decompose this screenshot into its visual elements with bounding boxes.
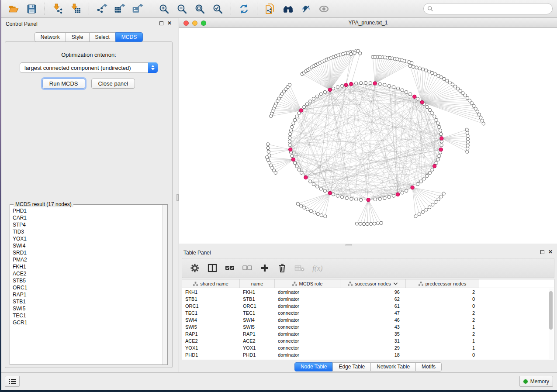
mcds-result-item[interactable]: CAR1 [13,214,162,221]
mcds-hub-node[interactable] [328,191,332,195]
network-leaf-node[interactable] [418,67,421,70]
network-node[interactable] [387,84,391,87]
network-node[interactable] [288,144,291,147]
network-node[interactable] [405,90,408,93]
network-node[interactable] [439,129,442,132]
table-row[interactable]: RAP1RAP1dominator352 [182,330,549,337]
network-node[interactable] [378,83,381,86]
network-leaf-node[interactable] [434,73,437,76]
network-leaf-node[interactable] [466,134,469,138]
network-leaf-node[interactable] [479,116,482,119]
network-leaf-node[interactable] [303,206,306,209]
mcds-result-item[interactable]: GCR1 [13,319,162,326]
network-node[interactable] [401,89,404,92]
network-node[interactable] [295,115,298,118]
table-row[interactable]: STB1STB1dominator620 [182,296,549,303]
network-leaf-node[interactable] [428,70,431,73]
table-row[interactable]: SWI4SWI4dominator462 [182,316,549,323]
network-leaf-node[interactable] [474,107,477,110]
network-node[interactable] [364,81,367,84]
network-node[interactable] [295,165,298,168]
network-node[interactable] [292,122,295,125]
network-node[interactable] [360,198,363,201]
mcds-result-item[interactable]: STB5 [13,277,162,284]
table-row[interactable]: TEC1TEC1connector472 [182,309,549,316]
network-leaf-node[interactable] [353,52,356,55]
tab-node-table[interactable]: Node Table [294,362,333,371]
network-leaf-node[interactable] [418,213,421,216]
float-panel-icon[interactable] [159,21,163,25]
import-table-button[interactable] [68,2,84,16]
network-leaf-node[interactable] [421,210,424,213]
network-leaf-node[interactable] [267,150,270,153]
network-node[interactable] [316,185,319,188]
show-columns-button[interactable] [207,262,218,274]
run-mcds-button[interactable]: Run MCDS [42,79,85,89]
network-leaf-node[interactable] [316,213,319,216]
mcds-result-item[interactable]: TEC1 [13,312,162,319]
network-leaf-node[interactable] [482,122,485,125]
add-column-button[interactable] [259,262,270,274]
network-node[interactable] [312,182,315,186]
network-node[interactable] [397,87,400,90]
network-node[interactable] [438,125,441,128]
network-node[interactable] [436,122,439,125]
network-leaf-node[interactable] [466,144,469,147]
tab-style[interactable]: Style [66,32,90,42]
network-leaf-node[interactable] [470,102,473,105]
network-leaf-node[interactable] [306,208,309,211]
mcds-result-item[interactable]: PMA2 [13,256,162,263]
network-node[interactable] [416,182,419,186]
network-node[interactable] [439,133,443,136]
network-node[interactable] [392,86,395,89]
mcds-hub-node[interactable] [433,165,436,168]
open-file-button[interactable] [6,2,22,16]
zoom-in-button[interactable] [156,2,172,16]
table-row[interactable]: SWI5SWI5connector431 [182,323,549,330]
mcds-hub-node[interactable] [304,175,308,179]
network-node[interactable] [341,196,344,199]
network-leaf-node[interactable] [428,206,431,209]
network-node[interactable] [341,84,344,87]
network-node[interactable] [332,193,335,196]
network-node[interactable] [431,112,434,115]
window-close-button[interactable] [183,21,189,26]
network-leaf-node[interactable] [434,200,437,203]
network-leaf-node[interactable] [266,146,270,149]
table-row[interactable]: FKH1FKH1dominator962 [182,289,549,296]
task-history-button[interactable] [5,376,20,387]
network-leaf-node[interactable] [437,74,440,77]
network-leaf-node[interactable] [439,195,443,198]
network-node[interactable] [383,196,386,199]
network-node[interactable] [438,155,441,158]
network-node[interactable] [426,106,429,109]
network-node[interactable] [319,187,322,190]
mcds-hub-node[interactable] [291,158,295,161]
network-leaf-node[interactable] [422,68,425,71]
network-leaf-node[interactable] [355,222,358,225]
horizontal-splitter[interactable] [179,244,557,247]
network-leaf-node[interactable] [369,222,372,225]
network-node[interactable] [374,198,377,201]
network-leaf-node[interactable] [366,222,369,225]
network-leaf-node[interactable] [324,215,327,218]
network-node[interactable] [332,87,335,90]
float-panel-icon[interactable] [540,250,544,254]
window-minimize-button[interactable] [192,21,197,26]
network-leaf-node[interactable] [446,79,449,82]
network-node[interactable] [316,95,319,98]
mcds-hub-node[interactable] [396,193,399,196]
refresh-view-button[interactable] [236,2,252,16]
network-leaf-node[interactable] [431,71,434,74]
vertical-splitter[interactable] [176,18,179,372]
mcds-hub-node[interactable] [367,198,370,202]
mcds-result-item[interactable]: RAP1 [13,291,162,298]
network-leaf-node[interactable] [412,65,415,68]
mcds-result-item[interactable]: STP4 [13,221,162,228]
network-node[interactable] [433,115,436,118]
tab-mcds[interactable]: MCDS [115,32,143,42]
network-node[interactable] [378,197,381,200]
export-network-button[interactable] [94,2,110,16]
tab-edge-table[interactable]: Edge Table [332,362,371,371]
network-node[interactable] [336,194,339,197]
